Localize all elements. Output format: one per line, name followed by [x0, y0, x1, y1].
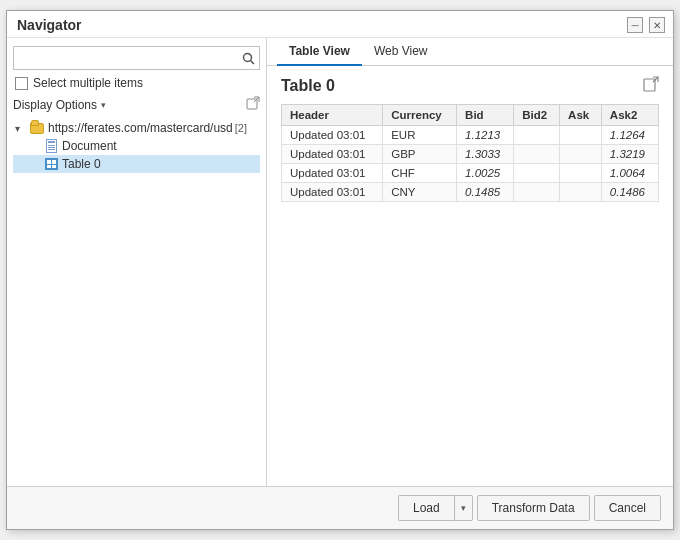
tab-table-view[interactable]: Table View	[277, 38, 362, 66]
table-cell	[514, 126, 560, 145]
cancel-button[interactable]: Cancel	[594, 495, 661, 521]
col-bid2: Bid2	[514, 105, 560, 126]
table-cell	[514, 183, 560, 202]
table-cell: 1.0025	[457, 164, 514, 183]
load-button-group: Load ▾	[398, 495, 473, 521]
table-cell	[560, 126, 602, 145]
col-header: Header	[282, 105, 383, 126]
table-cell: CNY	[383, 183, 457, 202]
table-cell	[560, 164, 602, 183]
table-row: Updated 03:01CHF1.00251.0064	[282, 164, 659, 183]
svg-point-0	[243, 53, 251, 61]
tree-toggle-expand[interactable]: ▾	[15, 123, 29, 134]
load-dropdown-arrow[interactable]: ▾	[454, 495, 473, 521]
minimize-button[interactable]: ─	[627, 17, 643, 33]
table-cell: 0.1485	[457, 183, 514, 202]
window-controls: ─ ✕	[627, 17, 665, 33]
table-cell: 1.3033	[457, 145, 514, 164]
display-options-label: Display Options	[13, 98, 97, 112]
table-row: Updated 03:01CNY0.14850.1486	[282, 183, 659, 202]
table-cell	[560, 183, 602, 202]
table-cell: GBP	[383, 145, 457, 164]
table-export-icon[interactable]	[643, 76, 659, 96]
select-multiple-checkbox[interactable]	[15, 77, 28, 90]
svg-line-1	[250, 60, 254, 64]
col-ask: Ask	[560, 105, 602, 126]
display-options-chevron-icon: ▾	[101, 100, 106, 110]
tree-url-label: https://ferates.com/mastercard/usd	[48, 121, 233, 135]
title-bar: Navigator ─ ✕	[7, 11, 673, 38]
display-options-export-icon[interactable]	[246, 96, 260, 113]
table-title-row: Table 0	[281, 76, 659, 96]
table-header-row: Header Currency Bid Bid2 Ask Ask2	[282, 105, 659, 126]
table-cell: EUR	[383, 126, 457, 145]
table-cell: Updated 03:01	[282, 164, 383, 183]
table-cell: 1.3219	[601, 145, 658, 164]
svg-rect-6	[644, 79, 655, 91]
tree-table0-label: Table 0	[62, 157, 101, 171]
table-cell	[514, 145, 560, 164]
tabs-row: Table View Web View	[267, 38, 673, 66]
col-bid: Bid	[457, 105, 514, 126]
table-row: Updated 03:01GBP1.30331.3219	[282, 145, 659, 164]
transform-data-button[interactable]: Transform Data	[477, 495, 590, 521]
main-content: Select multiple items Display Options ▾	[7, 38, 673, 486]
window-title: Navigator	[17, 17, 82, 33]
table-icon	[43, 157, 59, 171]
navigator-window: Navigator ─ ✕ Select multiple	[6, 10, 674, 530]
left-panel: Select multiple items Display Options ▾	[7, 38, 267, 486]
tree-document-label: Document	[62, 139, 117, 153]
search-button[interactable]	[237, 47, 259, 69]
display-options-row[interactable]: Display Options ▾	[13, 96, 260, 113]
select-multiple-label: Select multiple items	[33, 76, 143, 90]
load-button[interactable]: Load	[398, 495, 454, 521]
footer: Load ▾ Transform Data Cancel	[7, 486, 673, 529]
table-row: Updated 03:01EUR1.12131.1264	[282, 126, 659, 145]
col-ask2: Ask2	[601, 105, 658, 126]
right-content: Table 0 Header Currency	[267, 66, 673, 486]
col-currency: Currency	[383, 105, 457, 126]
table-cell: Updated 03:01	[282, 145, 383, 164]
tree-item-url[interactable]: ▾ https://ferates.com/mastercard/usd [2]	[13, 119, 260, 137]
search-icon	[242, 52, 255, 65]
table-cell: Updated 03:01	[282, 126, 383, 145]
table-cell: 1.1264	[601, 126, 658, 145]
table-cell: CHF	[383, 164, 457, 183]
tree-url-count: [2]	[235, 122, 247, 134]
tree-item-document[interactable]: Document	[13, 137, 260, 155]
table-cell: 1.1213	[457, 126, 514, 145]
table-cell: 0.1486	[601, 183, 658, 202]
search-input[interactable]	[14, 48, 237, 68]
right-panel: Table View Web View Table 0	[267, 38, 673, 486]
search-bar	[13, 46, 260, 70]
tree-area: ▾ https://ferates.com/mastercard/usd [2]…	[13, 119, 260, 480]
tab-web-view[interactable]: Web View	[362, 38, 440, 66]
table-cell	[514, 164, 560, 183]
folder-icon	[29, 121, 45, 135]
table-cell: 1.0064	[601, 164, 658, 183]
tree-item-table0[interactable]: Table 0	[13, 155, 260, 173]
table-cell	[560, 145, 602, 164]
table-title: Table 0	[281, 77, 335, 95]
select-multiple-row[interactable]: Select multiple items	[13, 74, 260, 92]
table-cell: Updated 03:01	[282, 183, 383, 202]
document-icon	[43, 139, 59, 153]
close-button[interactable]: ✕	[649, 17, 665, 33]
data-table: Header Currency Bid Bid2 Ask Ask2 Update…	[281, 104, 659, 202]
